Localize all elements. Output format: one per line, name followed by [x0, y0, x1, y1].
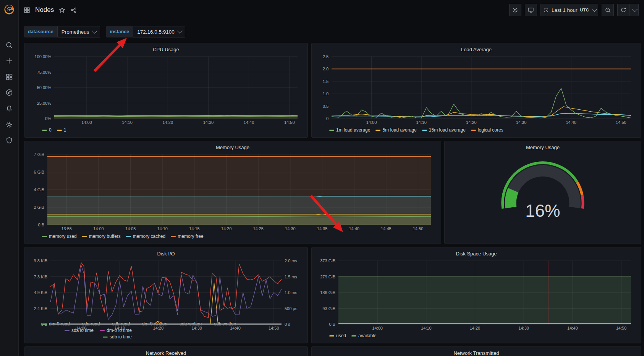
- star-icon[interactable]: [59, 7, 65, 13]
- legend-label: used: [336, 333, 346, 338]
- legend-swatch: [57, 130, 62, 131]
- panel-title[interactable]: Memory Usage: [449, 143, 636, 151]
- zoom-out-time-button[interactable]: [602, 4, 614, 16]
- caret-down-icon: [592, 7, 597, 12]
- panel-memory-gauge: Memory Usage 16%: [444, 141, 641, 244]
- memory-usage-gauge: 16%: [449, 151, 636, 242]
- load-chart-plot[interactable]: 00.51.01.52.02.514:0014:1014:2014:3014:4…: [316, 54, 636, 127]
- caret-down-icon: [632, 7, 638, 12]
- legend-item[interactable]: sdb io time: [103, 334, 132, 340]
- legend-label: 5m load average: [382, 127, 416, 133]
- legend-label: 15m load average: [429, 127, 466, 133]
- legend-item[interactable]: 5m load average: [375, 127, 416, 133]
- grafana-dashboard-screen: Nodes Last 1 hour UTC: [0, 0, 644, 356]
- panel-title[interactable]: Load Average: [316, 46, 636, 54]
- caret-down-icon: [177, 28, 183, 34]
- caret-down-icon: [92, 28, 97, 34]
- legend-swatch: [171, 236, 176, 237]
- legend-swatch: [42, 130, 47, 131]
- legend-item[interactable]: logical cores: [471, 127, 503, 133]
- gauge-value: 16%: [525, 201, 560, 221]
- panel-disk-io: Disk I/O 0 B0 s2.4 KiB500 µs4.9 KiB1.0 m…: [24, 247, 308, 343]
- configuration-gear-icon[interactable]: [0, 118, 18, 132]
- panel-title[interactable]: Disk I/O: [29, 250, 303, 258]
- panel-disk-space-usage: Disk Space Usage 0 B93 GiB186 GiB279 GiB…: [311, 247, 641, 343]
- legend-item[interactable]: memory cached: [126, 234, 165, 239]
- panel-load-average: Load Average 00.51.01.52.02.514:0014:101…: [311, 43, 641, 138]
- memory-chart-plot[interactable]: 0 B2 GiB4 GiB6 GiB7 GiB13:5514:0014:0514…: [29, 151, 436, 233]
- legend-label: memory free: [178, 234, 203, 239]
- legend-swatch: [375, 130, 380, 131]
- cpu-chart-plot[interactable]: 0%25.00%50.00%75.00%100.00%14:0014:1014:…: [29, 54, 303, 127]
- legend-label: memory buffers: [89, 234, 121, 239]
- disk-space-legend: usedavailable: [329, 333, 382, 340]
- panel-title[interactable]: Network Received: [29, 349, 303, 356]
- legend-label: 0: [49, 127, 52, 133]
- legend-swatch: [351, 335, 356, 336]
- share-icon[interactable]: [70, 7, 77, 13]
- legend-item[interactable]: 1: [57, 127, 66, 133]
- panel-title[interactable]: CPU Usage: [29, 46, 303, 54]
- legend-label: available: [358, 333, 376, 338]
- legend-label: sdb io time: [110, 334, 132, 340]
- refresh-button[interactable]: [617, 4, 629, 16]
- dashboard-variables: datasource Prometheus instance 172.16.0.…: [24, 26, 185, 37]
- dashboard-title[interactable]: Nodes: [35, 6, 54, 14]
- disk-space-chart-plot[interactable]: 0 B93 GiB186 GiB279 GiB373 GiB14:0014:10…: [316, 258, 636, 332]
- legend-item[interactable]: memory free: [171, 234, 203, 239]
- panel-network-received: Network Received: [24, 346, 308, 356]
- instance-dropdown[interactable]: 172.16.0.5:9100: [133, 26, 185, 37]
- legend-swatch: [42, 236, 47, 237]
- sidebar: [0, 0, 19, 356]
- legend-item[interactable]: 15m load average: [422, 127, 466, 133]
- load-legend: 1m load average5m load average15m load a…: [329, 127, 509, 134]
- cycle-view-mode-button[interactable]: [525, 4, 537, 16]
- top-navbar: Nodes Last 1 hour UTC: [18, 0, 644, 20]
- panel-title[interactable]: Network Transmitted: [316, 349, 636, 356]
- legend-item[interactable]: 0: [42, 127, 52, 133]
- legend-swatch: [471, 130, 476, 131]
- panel-cpu-usage: CPU Usage 0%25.00%50.00%75.00%100.00%14:…: [24, 43, 308, 138]
- disk-io-chart-plot[interactable]: 0 B0 s2.4 KiB500 µs4.9 KiB1.0 ms7.3 KiB1…: [29, 258, 303, 320]
- legend-label: 1: [64, 127, 66, 133]
- datasource-dropdown[interactable]: Prometheus: [57, 26, 100, 37]
- legend-item[interactable]: used: [329, 333, 346, 338]
- clock-icon: [543, 7, 549, 13]
- variable-instance: instance 172.16.0.5:9100: [106, 26, 185, 37]
- legend-swatch: [329, 130, 334, 131]
- legend-swatch: [82, 236, 87, 237]
- dashboard-settings-button[interactable]: [509, 4, 521, 16]
- panel-title[interactable]: Disk Space Usage: [316, 250, 636, 258]
- legend-item[interactable]: memory buffers: [82, 234, 121, 239]
- legend-item[interactable]: available: [351, 333, 376, 338]
- timezone-label: UTC: [580, 8, 589, 12]
- panel-memory-usage: Memory Usage 0 B2 GiB4 GiB6 GiB7 GiB13:5…: [24, 141, 441, 244]
- legend-label: memory used: [49, 234, 77, 239]
- grafana-logo[interactable]: [0, 0, 18, 19]
- cpu-legend: 01: [42, 127, 71, 134]
- add-icon[interactable]: [0, 54, 18, 68]
- refresh-interval-dropdown[interactable]: [629, 4, 639, 16]
- alerting-bell-icon[interactable]: [0, 102, 18, 115]
- legend-label: 1m load average: [336, 127, 370, 133]
- dashboard-grid-icon[interactable]: [24, 7, 30, 13]
- legend-swatch: [126, 236, 131, 237]
- dashboards-icon[interactable]: [0, 70, 18, 84]
- variable-label: datasource: [24, 26, 57, 37]
- instance-value: 172.16.0.5:9100: [137, 29, 175, 35]
- explore-compass-icon[interactable]: [0, 86, 18, 99]
- variable-label: instance: [106, 26, 133, 37]
- legend-item[interactable]: 1m load average: [329, 127, 370, 133]
- search-icon[interactable]: [0, 38, 18, 52]
- legend-label: logical cores: [478, 127, 503, 133]
- legend-swatch: [329, 335, 334, 336]
- time-range-label: Last 1 hour: [552, 7, 578, 13]
- panel-title[interactable]: Memory Usage: [29, 143, 436, 151]
- server-admin-shield-icon[interactable]: [0, 133, 18, 147]
- datasource-value: Prometheus: [61, 29, 89, 35]
- variable-datasource: datasource Prometheus: [24, 26, 100, 37]
- legend-item[interactable]: memory used: [42, 234, 77, 239]
- time-range-picker[interactable]: Last 1 hour UTC: [540, 4, 598, 16]
- panel-network-transmitted: Network Transmitted: [311, 346, 641, 356]
- legend-label: memory cached: [133, 234, 165, 239]
